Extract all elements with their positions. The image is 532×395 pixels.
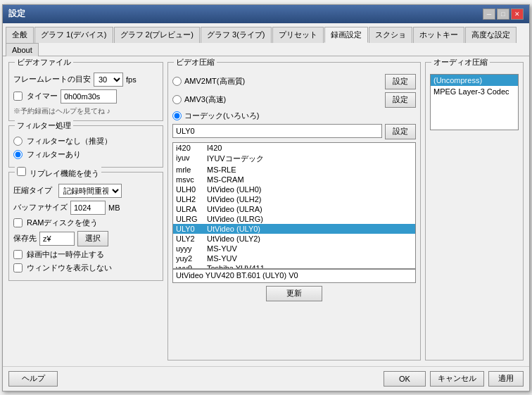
- replay-title: リプレイ機能を使う: [15, 167, 101, 179]
- compress-type-label: 圧縮タイプ: [13, 185, 56, 196]
- filter-panel: フィルター処理 フィルターなし（推奨） フィルターあり: [8, 125, 163, 168]
- save-select-button[interactable]: 選択: [77, 231, 108, 246]
- codec-list-item[interactable]: ULH2UtVideo (ULH2): [173, 194, 415, 204]
- bottom-bar: ヘルプ OK キャンセル 適用: [3, 366, 529, 391]
- filter-none-label: フィルターなし（推奨）: [27, 136, 112, 146]
- timer-checkbox[interactable]: [13, 92, 23, 101]
- codec-list-item[interactable]: iyuvIYUVコーデック: [173, 153, 415, 165]
- rec-pause-checkbox[interactable]: [13, 250, 23, 259]
- main-window: 設定 ─ □ ✕ 全般 グラフ 1(デバイス) グラフ 2(プレビュー) グラフ…: [2, 4, 530, 391]
- tab-graph2[interactable]: グラフ 2(プレビュー): [114, 27, 201, 43]
- audio-list-item[interactable]: MPEG Layer-3 Codec: [431, 86, 518, 97]
- codec-radio[interactable]: [172, 111, 182, 120]
- buffer-unit: MB: [108, 203, 120, 212]
- buffer-input[interactable]: [70, 201, 106, 215]
- filter-none-radio[interactable]: [13, 137, 23, 146]
- tab-about[interactable]: About: [6, 43, 39, 56]
- codec-list-item[interactable]: i420I420: [173, 143, 415, 153]
- ok-button[interactable]: OK: [384, 371, 426, 387]
- apply-button[interactable]: 適用: [488, 371, 524, 387]
- tab-general[interactable]: 全般: [6, 27, 34, 43]
- codec-list-item[interactable]: ULY0UtVideo (ULY0): [173, 224, 415, 234]
- rec-pause-label: 録画中は一時停止する: [27, 249, 104, 260]
- amv3-radio[interactable]: [172, 95, 182, 104]
- video-compress-title: ビデオ圧縮: [174, 57, 217, 68]
- tab-bar: 全般 グラフ 1(デバイス) グラフ 2(プレビュー) グラフ 3(ライブ) プ…: [3, 23, 529, 56]
- filter-title: フィルター処理: [15, 120, 73, 131]
- replay-panel: リプレイ機能を使う 圧縮タイプ 記録時間重視 バッファサイズ MB: [8, 172, 163, 281]
- fps-label: フレームレートの目安: [13, 74, 91, 84]
- codec-list-item[interactable]: msvcMS-CRAM: [173, 175, 415, 184]
- filter-on-radio[interactable]: [13, 150, 23, 159]
- fps-select[interactable]: 30 25 60: [94, 73, 123, 87]
- close-button[interactable]: ✕: [511, 8, 524, 20]
- maximize-button[interactable]: □: [497, 8, 509, 20]
- amv2mt-radio[interactable]: [172, 77, 182, 86]
- fps-unit: fps: [126, 75, 137, 84]
- help-button[interactable]: ヘルプ: [8, 371, 58, 387]
- no-window-label: ウィンドウを表示しない: [27, 263, 112, 273]
- codec-listbox[interactable]: i420I420iyuvIYUVコーデックmrleMS-RLEmsvcMS-CR…: [172, 142, 416, 269]
- amv2mt-settings-button[interactable]: 設定: [385, 74, 416, 89]
- audio-compress-panel: オーディオ圧縮 (Uncompress)MPEG Layer-3 Codec: [425, 62, 524, 360]
- tab-graph3[interactable]: グラフ 3(ライブ): [201, 27, 272, 43]
- tab-preset[interactable]: プリセット: [272, 27, 324, 43]
- amv3-settings-button[interactable]: 設定: [385, 92, 416, 108]
- left-panel: ビデオファイル フレームレートの目安 30 25 60 fps タイマー: [8, 62, 163, 360]
- codec-list-item[interactable]: ULRGUtVideo (ULRG): [173, 214, 415, 224]
- audio-compress-title: オーディオ圧縮: [431, 57, 490, 68]
- panels-row: ビデオファイル フレームレートの目安 30 25 60 fps タイマー: [8, 62, 524, 360]
- buffer-label: バッファサイズ: [13, 202, 68, 213]
- save-label: 保存先: [13, 233, 37, 244]
- ram-disk-label: RAMディスクを使う: [27, 218, 98, 228]
- codec-list-item[interactable]: yuy2MS-YUV: [173, 253, 415, 263]
- codec-value-input[interactable]: [172, 124, 382, 138]
- audio-listbox[interactable]: (Uncompress)MPEG Layer-3 Codec: [430, 74, 519, 130]
- video-file-panel: ビデオファイル フレームレートの目安 30 25 60 fps タイマー: [8, 62, 163, 121]
- codec-list-item[interactable]: ULY2UtVideo (ULY2): [173, 234, 415, 244]
- tab-hotkey[interactable]: ホットキー: [413, 27, 464, 43]
- bottom-right-buttons: OK キャンセル 適用: [384, 371, 524, 387]
- audio-list-item[interactable]: (Uncompress): [431, 75, 518, 86]
- timer-note: ※予約録画はヘルプを見てね ♪: [13, 106, 158, 116]
- codec-settings-button[interactable]: 設定: [385, 124, 416, 139]
- codec-list-item[interactable]: uyyyMS-YUV: [173, 244, 415, 253]
- replay-checkbox[interactable]: [17, 167, 26, 176]
- window-title: 設定: [8, 8, 25, 20]
- cancel-button[interactable]: キャンセル: [430, 371, 484, 387]
- minimize-button[interactable]: ─: [483, 8, 495, 20]
- amv2mt-label: AMV2MT(高画質): [184, 76, 245, 87]
- codec-label: コーデック(いろいろ): [184, 111, 259, 121]
- video-file-title: ビデオファイル: [15, 57, 73, 68]
- codec-list-item[interactable]: ULH0UtVideo (ULH0): [173, 184, 415, 194]
- amv3-label: AMV3(高速): [184, 94, 226, 105]
- window-controls: ─ □ ✕: [483, 8, 524, 20]
- codec-list-container: i420I420iyuvIYUVコーデックmrleMS-RLEmsvcMS-CR…: [172, 142, 416, 269]
- codec-list-item[interactable]: mrleMS-RLE: [173, 165, 415, 175]
- codec-list-item[interactable]: ULRAUtVideo (ULRA): [173, 204, 415, 214]
- tab-advanced[interactable]: 高度な設定: [465, 27, 517, 43]
- middle-panel: ビデオ圧縮 AMV2MT(高画質) 設定 AMV3(高速) 設定: [167, 62, 421, 360]
- filter-on-label: フィルターあり: [27, 149, 81, 160]
- right-panel: オーディオ圧縮 (Uncompress)MPEG Layer-3 Codec: [425, 62, 524, 360]
- compress-type-select[interactable]: 記録時間重視: [58, 184, 122, 198]
- tab-graph1[interactable]: グラフ 1(デバイス): [34, 27, 113, 43]
- save-path-input[interactable]: [39, 232, 75, 246]
- timer-label: タイマー: [27, 91, 58, 101]
- codec-list-item[interactable]: yvu9Toshiba YUV411: [173, 263, 415, 269]
- codec-desc: UtVideo YUV420 BT.601 (ULY0) V0: [172, 269, 416, 283]
- tab-record-settings[interactable]: 録画設定: [324, 27, 368, 43]
- video-compress-panel: ビデオ圧縮 AMV2MT(高画質) 設定 AMV3(高速) 設定: [167, 62, 421, 360]
- timer-input[interactable]: [61, 89, 117, 104]
- title-bar: 設定 ─ □ ✕: [3, 5, 529, 23]
- update-button[interactable]: 更新: [266, 286, 322, 301]
- ram-disk-checkbox[interactable]: [13, 218, 23, 227]
- tab-screenshot[interactable]: スクショ: [369, 27, 412, 43]
- content-area: ビデオファイル フレームレートの目安 30 25 60 fps タイマー: [3, 56, 529, 366]
- no-window-checkbox[interactable]: [13, 263, 23, 272]
